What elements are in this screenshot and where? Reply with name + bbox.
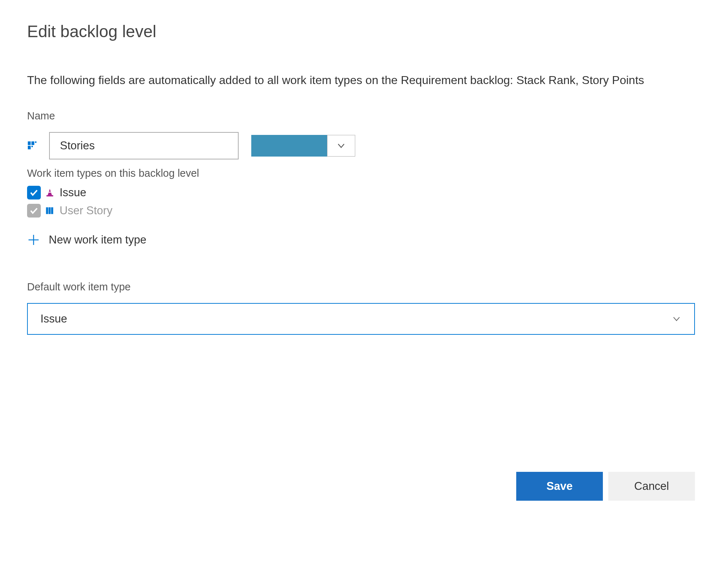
svg-rect-3 [28,146,31,149]
name-input[interactable] [49,132,239,159]
chevron-down-icon [671,314,682,324]
new-wit-label: New work item type [49,233,146,246]
book-icon [44,205,55,216]
wit-checkbox-user-story [27,204,41,218]
svg-rect-9 [51,207,53,214]
svg-rect-7 [46,207,48,214]
cone-icon [44,187,55,198]
dialog-title: Edit backlog level [27,22,695,41]
chevron-down-icon [336,141,346,151]
wit-row-issue: Issue [27,184,695,202]
svg-rect-8 [49,207,51,214]
wit-row-user-story: User Story [27,202,695,220]
default-wit-label: Default work item type [27,281,695,293]
default-wit-selected: Issue [40,312,67,325]
svg-rect-5 [47,195,53,197]
wit-section-label: Work item types on this backlog level [27,167,695,179]
svg-rect-6 [49,192,51,193]
dialog-description: The following fields are automatically a… [27,72,695,88]
check-icon [29,188,39,197]
color-picker[interactable] [251,135,355,157]
check-icon [29,206,39,215]
wit-label-issue: Issue [60,186,86,199]
name-row [27,132,695,159]
name-label: Name [27,110,695,122]
color-swatch[interactable] [251,135,327,157]
svg-rect-2 [35,141,36,143]
button-row: Save Cancel [27,472,695,501]
svg-rect-0 [28,141,31,145]
backlog-level-icon [27,139,40,152]
plus-icon [27,233,40,246]
default-wit-section: Default work item type Issue [27,281,695,335]
wit-list: Issue User Story New work item type [27,184,695,249]
svg-rect-1 [31,141,34,145]
new-work-item-type-button[interactable]: New work item type [27,231,695,249]
color-dropdown-button[interactable] [327,135,355,157]
save-button[interactable]: Save [516,472,603,501]
cancel-button[interactable]: Cancel [608,472,695,501]
default-wit-dropdown[interactable]: Issue [27,303,695,335]
wit-checkbox-issue[interactable] [27,186,41,199]
svg-rect-4 [31,146,33,147]
wit-label-user-story: User Story [60,204,112,217]
